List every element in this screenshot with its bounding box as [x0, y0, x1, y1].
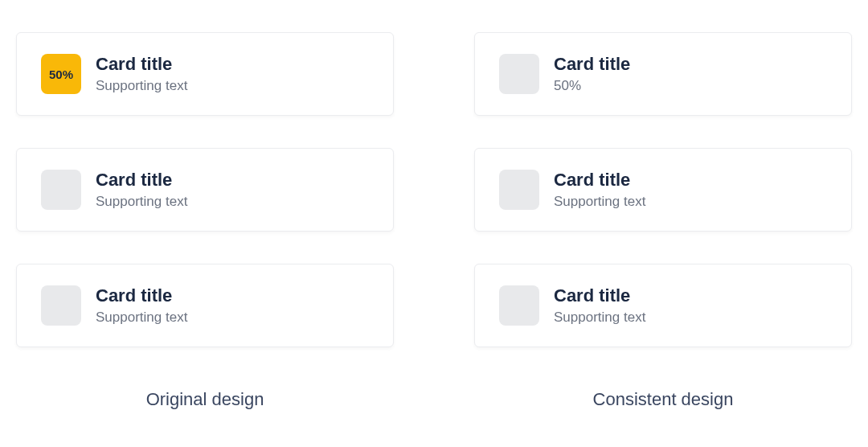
card: Card title Supporting text — [474, 264, 852, 347]
card-subtitle: Supporting text — [96, 194, 187, 210]
card-title: Card title — [96, 285, 187, 306]
card: Card title Supporting text — [474, 148, 852, 232]
card-title: Card title — [96, 54, 187, 75]
left-column: 50% Card title Supporting text Card titl… — [16, 32, 394, 410]
card-subtitle: Supporting text — [554, 194, 645, 210]
card-subtitle: 50% — [554, 78, 630, 94]
badge-icon — [41, 170, 81, 210]
card-subtitle: Supporting text — [554, 310, 645, 326]
card-subtitle: Supporting text — [96, 310, 187, 326]
card-text: Card title Supporting text — [96, 170, 187, 210]
card-subtitle: Supporting text — [96, 78, 187, 94]
right-caption: Consistent design — [474, 389, 852, 410]
comparison-container: 50% Card title Supporting text Card titl… — [16, 32, 852, 410]
card-text: Card title 50% — [554, 54, 630, 94]
card-text: Card title Supporting text — [554, 285, 645, 326]
card: 50% Card title Supporting text — [16, 32, 394, 116]
card-title: Card title — [554, 285, 645, 306]
left-caption: Original design — [16, 389, 394, 410]
card-text: Card title Supporting text — [96, 54, 187, 94]
card: Card title Supporting text — [16, 148, 394, 232]
badge-icon — [41, 285, 81, 326]
card-title: Card title — [554, 170, 645, 191]
badge-icon — [499, 54, 539, 94]
right-column: Card title 50% Card title Supporting tex… — [474, 32, 852, 410]
card-title: Card title — [96, 170, 187, 191]
card: Card title Supporting text — [16, 264, 394, 347]
badge-icon — [499, 285, 539, 326]
card-text: Card title Supporting text — [554, 170, 645, 210]
badge-icon: 50% — [41, 54, 81, 94]
card-title: Card title — [554, 54, 630, 75]
card: Card title 50% — [474, 32, 852, 116]
card-text: Card title Supporting text — [96, 285, 187, 326]
badge-icon — [499, 170, 539, 210]
